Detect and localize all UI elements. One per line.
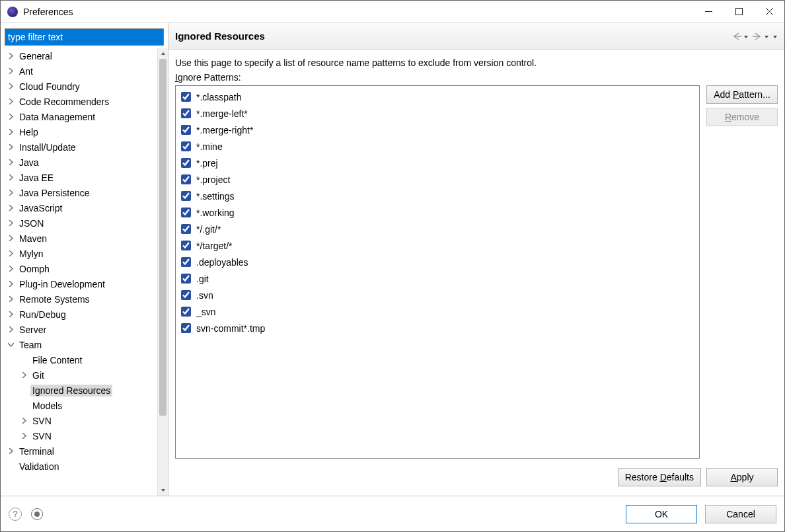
tree-item[interactable]: Plug-in Development [1, 276, 157, 291]
ignore-patterns-list[interactable]: *.classpath*.merge-left**.merge-right**.… [175, 85, 700, 459]
add-pattern-button[interactable]: Add Pattern... [706, 85, 778, 104]
pattern-item[interactable]: */.git/* [180, 221, 695, 237]
pattern-checkbox[interactable] [181, 158, 191, 168]
pattern-checkbox[interactable] [181, 290, 191, 300]
chevron-down-icon[interactable] [6, 340, 16, 350]
chevron-right-icon[interactable] [6, 127, 16, 137]
chevron-right-icon[interactable] [6, 172, 16, 182]
chevron-right-icon[interactable] [6, 81, 16, 91]
pattern-checkbox[interactable] [181, 174, 191, 184]
ok-button[interactable]: OK [626, 505, 697, 523]
tree-item[interactable]: Mylyn [1, 246, 157, 261]
pattern-item[interactable]: *.mine [180, 138, 695, 155]
chevron-right-icon[interactable] [19, 416, 29, 426]
scrollbar-thumb[interactable] [159, 59, 167, 416]
chevron-right-icon[interactable] [6, 66, 16, 76]
chevron-right-icon[interactable] [6, 309, 16, 319]
apply-button[interactable]: Apply [706, 468, 778, 486]
tree-item[interactable]: Run/Debug [1, 307, 157, 322]
minimize-button[interactable] [693, 1, 724, 23]
pattern-checkbox[interactable] [181, 92, 191, 102]
chevron-right-icon[interactable] [6, 112, 16, 122]
pattern-checkbox[interactable] [181, 307, 191, 317]
tree-item[interactable]: Help [1, 124, 157, 139]
chevron-right-icon[interactable] [6, 248, 16, 258]
tree-item[interactable]: SVN [1, 428, 157, 443]
nav-forward-button[interactable] [751, 31, 769, 42]
tree-item[interactable]: Ant [1, 63, 157, 79]
pattern-checkbox[interactable] [181, 224, 191, 234]
tree-item[interactable]: JSON [1, 215, 157, 231]
chevron-right-icon[interactable] [6, 96, 16, 106]
pattern-item[interactable]: *.classpath [180, 89, 695, 105]
chevron-right-icon[interactable] [6, 294, 16, 304]
tree-item[interactable]: Terminal [1, 443, 157, 459]
chevron-right-icon[interactable] [6, 264, 16, 274]
tree-item[interactable]: Data Management [1, 109, 157, 124]
pattern-item[interactable]: .git [180, 270, 695, 287]
pattern-checkbox[interactable] [181, 274, 191, 284]
pattern-item[interactable]: */target/* [180, 237, 695, 254]
pattern-item[interactable]: svn-commit*.tmp [180, 320, 695, 336]
tree-item[interactable]: Server [1, 322, 157, 337]
pattern-checkbox[interactable] [181, 257, 191, 267]
tree-item[interactable]: JavaScript [1, 200, 157, 215]
pattern-checkbox[interactable] [181, 141, 191, 151]
chevron-right-icon[interactable] [6, 142, 16, 152]
tree-item[interactable]: Git [1, 367, 157, 383]
chevron-right-icon[interactable] [6, 188, 16, 198]
help-icon[interactable]: ? [9, 508, 22, 521]
tree-item[interactable]: Ignored Resources [1, 383, 157, 398]
page-menu-button[interactable] [772, 31, 778, 42]
pattern-checkbox[interactable] [181, 208, 191, 217]
pattern-checkbox[interactable] [181, 191, 191, 201]
cancel-button[interactable]: Cancel [705, 505, 776, 523]
pattern-item[interactable]: *.working [180, 204, 695, 221]
chevron-right-icon[interactable] [6, 279, 16, 289]
chevron-right-icon[interactable] [6, 203, 16, 213]
pattern-item[interactable]: _svn [180, 303, 695, 320]
tree-item[interactable]: File Content [1, 352, 157, 367]
pattern-item[interactable]: *.merge-left* [180, 105, 695, 122]
close-button[interactable] [754, 1, 784, 23]
maximize-button[interactable] [724, 1, 754, 23]
chevron-right-icon[interactable] [19, 431, 29, 441]
tree-item[interactable]: Models [1, 398, 157, 413]
filter-input[interactable]: type filter text [5, 28, 164, 46]
tree-item[interactable]: Maven [1, 231, 157, 246]
tree-item[interactable]: Java Persistence [1, 185, 157, 200]
tree-item[interactable]: Team [1, 337, 157, 352]
tree-item[interactable]: Code Recommenders [1, 94, 157, 109]
chevron-right-icon[interactable] [6, 446, 16, 456]
tree-item[interactable]: Install/Update [1, 139, 157, 155]
pattern-item[interactable]: *.merge-right* [180, 122, 695, 138]
preferences-tree[interactable]: GeneralAntCloud FoundryCode Recommenders… [1, 48, 157, 496]
tree-item[interactable]: General [1, 48, 157, 63]
sidebar-scrollbar[interactable] [157, 48, 168, 496]
restore-defaults-button[interactable]: Restore Defaults [618, 468, 701, 486]
chevron-right-icon[interactable] [19, 370, 29, 380]
tree-item[interactable]: Remote Systems [1, 291, 157, 307]
chevron-right-icon[interactable] [6, 157, 16, 167]
pattern-checkbox[interactable] [181, 323, 191, 333]
chevron-right-icon[interactable] [6, 218, 16, 228]
chevron-right-icon[interactable] [6, 324, 16, 334]
tree-item[interactable]: Oomph [1, 261, 157, 276]
pattern-item[interactable]: *.project [180, 171, 695, 188]
pattern-item[interactable]: *.settings [180, 188, 695, 204]
pattern-checkbox[interactable] [181, 125, 191, 135]
tree-item[interactable]: Java [1, 155, 157, 170]
tree-item[interactable]: Validation [1, 459, 157, 474]
tree-item[interactable]: SVN [1, 413, 157, 428]
tree-item[interactable]: Java EE [1, 170, 157, 185]
pattern-checkbox[interactable] [181, 241, 191, 250]
pattern-item[interactable]: .deployables [180, 254, 695, 270]
pattern-item[interactable]: *.prej [180, 155, 695, 171]
chevron-right-icon[interactable] [6, 51, 16, 61]
chevron-right-icon[interactable] [6, 233, 16, 243]
nav-back-button[interactable] [731, 31, 749, 42]
pattern-checkbox[interactable] [181, 108, 191, 118]
pattern-item[interactable]: .svn [180, 287, 695, 303]
oomph-record-icon[interactable] [31, 508, 43, 520]
tree-item[interactable]: Cloud Foundry [1, 79, 157, 94]
